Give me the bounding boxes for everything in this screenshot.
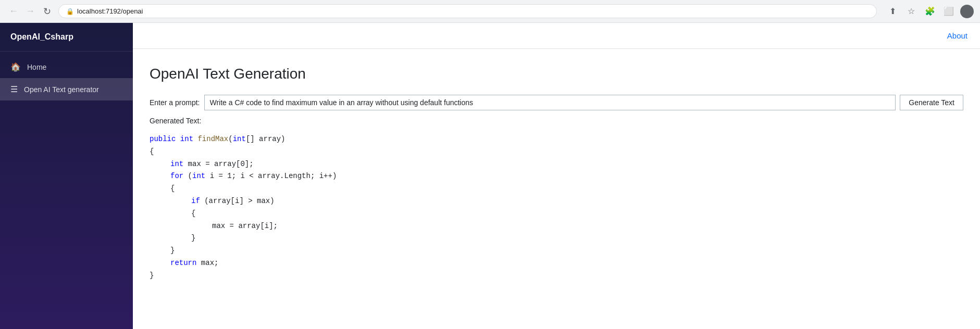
top-nav: About	[133, 23, 980, 49]
prompt-input[interactable]	[204, 95, 896, 110]
home-icon: 🏠	[10, 62, 21, 72]
code-line-7: {	[150, 208, 963, 220]
generate-button[interactable]: Generate Text	[900, 95, 963, 110]
address-text: localhost:7192/openai	[77, 7, 869, 15]
avatar[interactable]	[960, 5, 974, 18]
list-icon: ☰	[10, 84, 18, 94]
code-line-11: return max;	[150, 257, 963, 270]
code-line-2: {	[150, 146, 963, 158]
sidebar-item-home[interactable]: 🏠 Home	[0, 56, 133, 78]
prompt-row: Enter a prompt: Generate Text	[150, 95, 963, 110]
code-line-8: max = array[i];	[150, 220, 963, 233]
code-line-12: }	[150, 270, 963, 282]
generated-label: Generated Text:	[150, 117, 963, 125]
sidebar-item-openai-label: Open AI Text generator	[24, 85, 99, 94]
browser-chrome: ← → ↻ 🔒 localhost:7192/openai ⬆ ☆ 🧩 ⬜	[0, 0, 980, 23]
address-bar[interactable]: 🔒 localhost:7192/openai	[58, 4, 877, 18]
extensions-button[interactable]: 🧩	[923, 4, 937, 19]
code-line-6: if (array[i] > max)	[150, 195, 963, 208]
sidebar-nav: 🏠 Home ☰ Open AI Text generator	[0, 52, 133, 105]
forward-button[interactable]: →	[23, 4, 38, 19]
share-button[interactable]: ⬆	[885, 4, 900, 19]
browser-actions: ⬆ ☆ 🧩 ⬜	[885, 4, 974, 19]
sidebar-item-home-label: Home	[27, 63, 46, 71]
sidebar-title: OpenAI_Csharp	[10, 32, 73, 41]
page-title: OpenAI Text Generation	[150, 66, 963, 82]
code-line-9: }	[150, 232, 963, 245]
sidebar-header: OpenAI_Csharp	[0, 23, 133, 52]
code-line-3: int max = array[0];	[150, 158, 963, 171]
nav-buttons: ← → ↻	[6, 4, 54, 19]
app-container: OpenAI_Csharp 🏠 Home ☰ Open AI Text gene…	[0, 23, 980, 329]
about-link[interactable]: About	[947, 31, 967, 40]
page-content: OpenAI Text Generation Enter a prompt: G…	[133, 49, 980, 299]
sidebar: OpenAI_Csharp 🏠 Home ☰ Open AI Text gene…	[0, 23, 133, 329]
code-line-1: public int findMax(int[] array)	[150, 133, 963, 146]
sidebar-item-openai-text-generator[interactable]: ☰ Open AI Text generator	[0, 78, 133, 100]
code-line-4: for (int i = 1; i < array.Length; i++)	[150, 170, 963, 183]
bookmark-button[interactable]: ☆	[904, 4, 919, 19]
code-line-5: {	[150, 183, 963, 195]
tab-button[interactable]: ⬜	[941, 4, 956, 19]
code-line-10: }	[150, 245, 963, 257]
prompt-label: Enter a prompt:	[150, 98, 200, 107]
code-block: public int findMax(int[] array) { int ma…	[150, 133, 963, 282]
lock-icon: 🔒	[66, 8, 74, 15]
back-button[interactable]: ←	[6, 4, 21, 19]
main-content: About OpenAI Text Generation Enter a pro…	[133, 23, 980, 329]
reload-button[interactable]: ↻	[40, 4, 54, 19]
